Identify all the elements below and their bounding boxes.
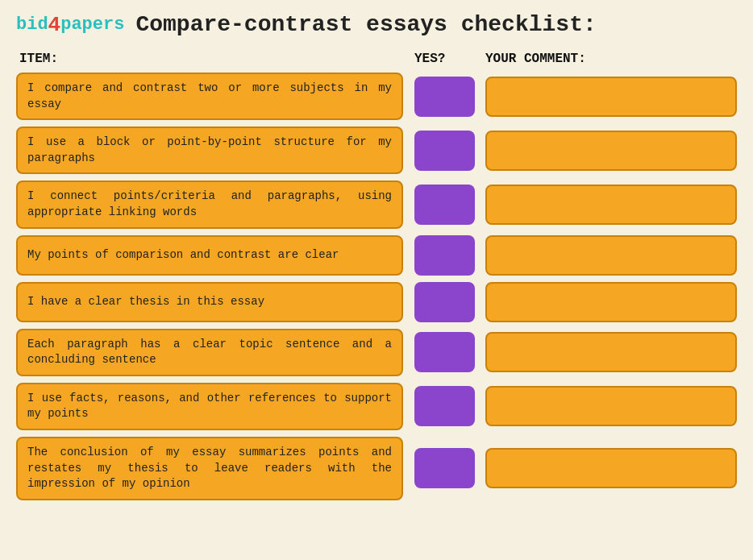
item-cell-1: I compare and contrast two or more subje… (16, 73, 403, 120)
checklist-row: I compare and contrast two or more subje… (16, 73, 737, 120)
item-cell-6: Each paragraph has a clear topic sentenc… (16, 329, 403, 376)
col-header-item: ITEM: (19, 52, 406, 66)
checklist-rows: I compare and contrast two or more subje… (16, 73, 737, 500)
column-headers: ITEM: YES? YOUR COMMENT: (16, 52, 737, 66)
logo-papers: papers (60, 15, 124, 35)
item-cell-4: My points of comparison and contrast are… (16, 235, 403, 276)
item-cell-2: I use a block or point-by-point structur… (16, 127, 403, 174)
comment-field-7[interactable] (485, 386, 737, 426)
comment-field-3[interactable] (485, 185, 737, 225)
comment-field-5[interactable] (485, 282, 737, 322)
yes-checkbox-8[interactable] (414, 448, 475, 488)
comment-field-1[interactable] (485, 77, 737, 117)
checklist-row: I use facts, reasons, and other referenc… (16, 383, 737, 430)
checklist-row: Each paragraph has a clear topic sentenc… (16, 329, 737, 376)
col-header-comment: YOUR COMMENT: (479, 52, 734, 66)
checklist-row: I use a block or point-by-point structur… (16, 127, 737, 174)
comment-field-2[interactable] (485, 131, 737, 171)
yes-checkbox-1[interactable] (414, 77, 475, 117)
page-title: Compare-contrast essays checklist: (135, 12, 596, 37)
page-header: bid4papers Compare-contrast essays check… (16, 12, 737, 37)
checklist-row: The conclusion of my essay summarizes po… (16, 437, 737, 500)
col-header-yes: YES? (406, 52, 479, 66)
logo-bid: bid (16, 15, 48, 35)
logo: bid4papers (16, 13, 124, 37)
item-cell-3: I connect points/criteria and paragraphs… (16, 180, 403, 228)
item-cell-8: The conclusion of my essay summarizes po… (16, 437, 403, 500)
comment-field-6[interactable] (485, 332, 737, 372)
yes-checkbox-2[interactable] (414, 131, 475, 171)
yes-checkbox-6[interactable] (414, 332, 475, 372)
yes-checkbox-7[interactable] (414, 386, 475, 426)
yes-checkbox-5[interactable] (414, 282, 475, 322)
checklist-row: I have a clear thesis in this essay (16, 282, 737, 322)
comment-field-4[interactable] (485, 235, 737, 276)
yes-checkbox-3[interactable] (414, 185, 475, 225)
item-cell-7: I use facts, reasons, and other referenc… (16, 383, 403, 430)
item-cell-5: I have a clear thesis in this essay (16, 282, 403, 322)
logo-4: 4 (48, 13, 61, 37)
comment-field-8[interactable] (485, 448, 737, 488)
checklist-row: My points of comparison and contrast are… (16, 235, 737, 276)
yes-checkbox-4[interactable] (414, 235, 475, 276)
checklist-row: I connect points/criteria and paragraphs… (16, 180, 737, 228)
